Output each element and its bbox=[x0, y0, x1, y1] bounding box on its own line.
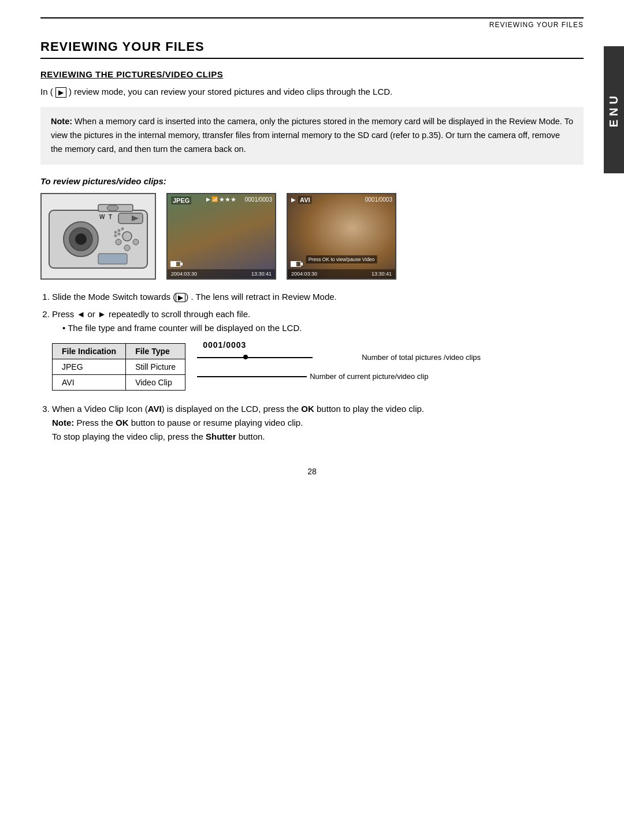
camera-diagram: W T bbox=[40, 193, 156, 280]
svg-rect-17 bbox=[98, 254, 127, 264]
note-bold-step3: Note: bbox=[52, 418, 74, 428]
svg-point-8 bbox=[116, 239, 121, 245]
ok-bold2: OK bbox=[116, 418, 129, 428]
cell-avi: AVI bbox=[53, 374, 126, 390]
right-tab: ENU bbox=[604, 46, 624, 173]
lcd-jpeg-screen: JPEG ▶ 📶 ★★★ 0001/0003 2004:03:30 13:30:… bbox=[166, 193, 276, 280]
cell-still-picture: Still Picture bbox=[126, 359, 185, 374]
file-table: File Indication File Type JPEG Still Pic… bbox=[52, 343, 185, 391]
svg-point-12 bbox=[114, 231, 117, 233]
ok-bold: OK bbox=[301, 404, 314, 414]
svg-point-15 bbox=[114, 234, 117, 237]
counter2-label: 0001/0003 bbox=[365, 196, 392, 203]
table-row: AVI Video Clip bbox=[53, 374, 185, 390]
page-header: Reviewing Your Files bbox=[40, 17, 584, 29]
play-icon: ▶ bbox=[206, 196, 210, 202]
shutter-bold: Shutter bbox=[206, 432, 236, 441]
page-number: 28 bbox=[40, 467, 584, 476]
col-file-type: File Type bbox=[126, 343, 185, 359]
cell-video-clip: Video Clip bbox=[126, 374, 185, 390]
step-2: Press ◄ or ► repeatedly to scroll throug… bbox=[52, 307, 584, 335]
note-box: Note: When a memory card is inserted int… bbox=[40, 107, 584, 165]
svg-point-7 bbox=[133, 239, 139, 245]
col-file-indication: File Indication bbox=[53, 343, 126, 359]
counter-value: 0001/0003 bbox=[203, 340, 481, 350]
lcd2-date: 2004:03:30 bbox=[291, 271, 317, 277]
step-3-list: When a Video Clip Icon (AVI) is displaye… bbox=[52, 402, 584, 444]
lcd-avi-screen: ▶ AVI 0001/0003 Press OK to view/pause V… bbox=[287, 193, 396, 280]
counter-label: 0001/0003 bbox=[245, 196, 272, 203]
svg-text:W: W bbox=[99, 214, 105, 220]
lcd1-time: 13:30:41 bbox=[251, 271, 272, 277]
press-ok-text: Press OK to view/pause Video bbox=[306, 255, 377, 263]
images-row: W T JPEG ▶ 📶 ★★★ bbox=[40, 193, 584, 280]
note-bold-prefix: Note: bbox=[51, 117, 72, 126]
note-text: When a memory card is inserted into the … bbox=[51, 117, 573, 154]
step-1: Slide the Mode Switch towards (▶) . The … bbox=[52, 290, 584, 304]
svg-point-3 bbox=[75, 233, 87, 245]
section-title: Reviewing The Pictures/Video Clips bbox=[40, 69, 584, 79]
jpeg-label: JPEG bbox=[171, 196, 191, 205]
svg-point-13 bbox=[118, 229, 121, 232]
italic-heading: To review pictures/video clips: bbox=[40, 176, 584, 186]
step-3: When a Video Clip Icon (AVI) is displaye… bbox=[52, 402, 584, 444]
table-diagram-row: File Indication File Type JPEG Still Pic… bbox=[52, 343, 584, 391]
lcd2-time: 13:30:41 bbox=[372, 271, 392, 277]
steps-list: Slide the Mode Switch towards (▶) . The … bbox=[52, 290, 584, 335]
right-tab-text: ENU bbox=[607, 92, 621, 127]
page-title: Reviewing Your Files bbox=[40, 39, 584, 59]
avi-label: AVI bbox=[298, 196, 312, 204]
svg-rect-4 bbox=[118, 213, 143, 224]
svg-point-9 bbox=[124, 245, 130, 251]
intro-text: In ( ▶ ) review mode, you can review you… bbox=[40, 85, 584, 99]
svg-text:T: T bbox=[109, 214, 112, 220]
svg-point-19 bbox=[107, 205, 118, 211]
total-label: Number of total pictures /video clips bbox=[362, 353, 481, 362]
cell-jpeg: JPEG bbox=[53, 359, 126, 374]
current-label: Number of current picture/video clip bbox=[310, 372, 428, 381]
lcd1-date: 2004:03:30 bbox=[171, 271, 197, 277]
svg-point-16 bbox=[118, 232, 121, 235]
signal-icon: 📶 bbox=[211, 196, 218, 202]
counter-diagram: 0001/0003 Number of total pictures /vide… bbox=[203, 340, 481, 381]
svg-point-6 bbox=[122, 232, 132, 241]
svg-point-14 bbox=[121, 227, 124, 230]
stars-label: ★★★ bbox=[219, 196, 236, 203]
table-row: JPEG Still Picture bbox=[53, 359, 185, 374]
step-2-sub: The file type and frame counter will be … bbox=[62, 321, 584, 335]
avi-bold: AVI bbox=[148, 404, 162, 414]
